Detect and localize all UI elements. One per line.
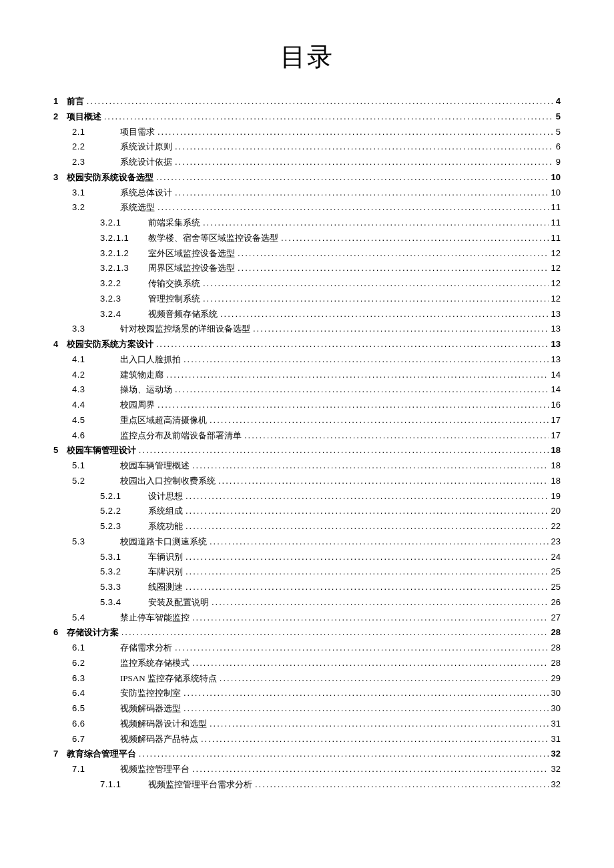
toc-entry[interactable]: 5.2.2系统组成20 xyxy=(53,504,561,519)
toc-entry[interactable]: 3.2.1.3周界区域监控设备选型12 xyxy=(53,261,561,276)
toc-entry[interactable]: 2.2系统设计原则6 xyxy=(53,139,561,155)
toc-entry-number: 3.2.2 xyxy=(100,276,148,292)
toc-entry[interactable]: 5.2校园出入口控制收费系统18 xyxy=(53,474,561,489)
toc-leader-dots xyxy=(158,398,549,413)
toc-entry-page: 22 xyxy=(551,519,561,534)
toc-entry-number: 2.2 xyxy=(72,139,120,155)
toc-entry-number: 5.4 xyxy=(72,610,120,626)
toc-entry[interactable]: 3校园安防系统设备选型10 xyxy=(53,170,561,185)
toc-entry[interactable]: 3.2.3管理控制系统12 xyxy=(53,292,561,307)
toc-entry-number: 5.2.3 xyxy=(100,519,148,534)
toc-entry-number: 2.3 xyxy=(72,155,120,170)
toc-entry[interactable]: 3.2.2传输交换系统12 xyxy=(53,276,561,292)
toc-entry-label: 存储需求分析 xyxy=(120,640,172,656)
toc-entry-page: 12 xyxy=(551,261,561,276)
toc-entry[interactable]: 3.2系统选型11 xyxy=(53,200,561,215)
toc-title: 目录 xyxy=(53,40,561,74)
toc-entry[interactable]: 6.1存储需求分析28 xyxy=(53,640,561,656)
toc-entry-page: 14 xyxy=(551,368,561,383)
toc-entry[interactable]: 4.3操场、运动场14 xyxy=(53,382,561,398)
toc-entry-label: 校园安防系统方案设计 xyxy=(67,337,154,352)
toc-entry[interactable]: 5.1校园车辆管理概述18 xyxy=(53,458,561,474)
toc-entry[interactable]: 5校园车辆管理设计18 xyxy=(53,443,561,458)
toc-entry-number: 4 xyxy=(53,337,67,352)
toc-leader-dots xyxy=(244,428,549,444)
toc-entry[interactable]: 3.1系统总体设计10 xyxy=(53,185,561,201)
toc-entry[interactable]: 5.3.4安装及配置说明26 xyxy=(53,595,561,610)
toc-entry-number: 5.3.1 xyxy=(100,550,148,565)
toc-entry[interactable]: 5.3.3线圈测速25 xyxy=(53,580,561,595)
toc-leader-dots xyxy=(212,595,549,610)
toc-entry-number: 5.2.2 xyxy=(100,504,148,519)
toc-entry[interactable]: 2.3系统设计依据9 xyxy=(53,155,561,170)
toc-entry[interactable]: 3.3针对校园监控场景的详细设备选型13 xyxy=(53,322,561,337)
toc-entry[interactable]: 7.1.1视频监控管理平台需求分析32 xyxy=(53,777,561,793)
toc-entry[interactable]: 6.4安防监控控制室30 xyxy=(53,686,561,701)
toc-entry-number: 6.2 xyxy=(72,656,120,671)
toc-entry-number: 7.1.1 xyxy=(100,777,148,793)
toc-entry-number: 3.1 xyxy=(72,185,120,201)
toc-leader-dots xyxy=(158,200,549,215)
toc-entry[interactable]: 3.2.1.2室外区域监控设备选型12 xyxy=(53,246,561,262)
toc-entry[interactable]: 6.5视频解码器选型30 xyxy=(53,701,561,717)
toc-entry[interactable]: 4.4校园周界16 xyxy=(53,398,561,413)
toc-entry[interactable]: 2.1项目需求5 xyxy=(53,125,561,140)
toc-entry[interactable]: 7教育综合管理平台32 xyxy=(53,747,561,762)
toc-entry[interactable]: 6.6视频解码器设计和选型31 xyxy=(53,717,561,732)
toc-entry-page: 18 xyxy=(551,474,561,489)
toc-entry[interactable]: 4.6监控点分布及前端设备部署清单17 xyxy=(53,428,561,444)
toc-entry[interactable]: 3.2.1前端采集系统11 xyxy=(53,215,561,231)
toc-entry[interactable]: 5.3校园道路卡口测速系统23 xyxy=(53,534,561,550)
toc-entry[interactable]: 2项目概述5 xyxy=(53,109,561,125)
toc-entry-page: 11 xyxy=(551,200,561,215)
toc-leader-dots xyxy=(220,671,549,687)
toc-leader-dots xyxy=(175,139,553,155)
toc-leader-dots xyxy=(175,155,553,170)
toc-entry-label: 系统设计原则 xyxy=(120,139,172,155)
toc-leader-dots xyxy=(203,276,549,292)
toc-leader-dots xyxy=(253,322,549,337)
toc-entry-label: 视频监控管理平台 xyxy=(120,762,190,777)
toc-leader-dots xyxy=(186,580,549,595)
toc-entry[interactable]: 4.2建筑物走廊14 xyxy=(53,368,561,383)
toc-entry-page: 4 xyxy=(556,94,561,109)
toc-entry[interactable]: 1前言4 xyxy=(53,94,561,109)
toc-entry-label: 重点区域超高清摄像机 xyxy=(120,413,207,428)
toc-entry-page: 26 xyxy=(551,595,561,610)
toc-entry-label: 前言 xyxy=(67,94,84,109)
toc-entry-label: 视频监控管理平台需求分析 xyxy=(148,777,252,793)
toc-entry[interactable]: 3.2.4视频音频存储系统13 xyxy=(53,307,561,322)
toc-entry-number: 3.2 xyxy=(72,200,120,215)
toc-entry-page: 13 xyxy=(551,337,561,352)
toc-entry[interactable]: 4.5重点区域超高清摄像机17 xyxy=(53,413,561,428)
toc-entry[interactable]: 4.1出入口人脸抓拍13 xyxy=(53,352,561,368)
toc-leader-dots xyxy=(166,368,549,383)
toc-entry[interactable]: 5.3.2车牌识别25 xyxy=(53,564,561,580)
toc-entry[interactable]: 3.2.1.1教学楼、宿舍等区域监控设备选型11 xyxy=(53,231,561,246)
toc-entry-page: 10 xyxy=(551,185,561,201)
toc-entry[interactable]: 6.3IPSAN 监控存储系统特点29 xyxy=(53,671,561,687)
toc-leader-dots xyxy=(281,231,549,246)
toc-entry[interactable]: 5.2.1设计思想19 xyxy=(53,489,561,504)
toc-entry-label: 系统功能 xyxy=(148,519,183,534)
toc-entry-page: 23 xyxy=(551,534,561,550)
toc-entry-page: 32 xyxy=(551,777,561,793)
toc-entry[interactable]: 5.2.3系统功能22 xyxy=(53,519,561,534)
toc-entry-number: 5.1 xyxy=(72,458,120,474)
toc-entry-number: 6.6 xyxy=(72,717,120,732)
toc-leader-dots xyxy=(203,292,549,307)
toc-entry-page: 14 xyxy=(551,382,561,398)
toc-entry-number: 4.2 xyxy=(72,368,120,383)
toc-entry[interactable]: 6存储设计方案28 xyxy=(53,625,561,640)
toc-entry-page: 18 xyxy=(551,458,561,474)
toc-entry[interactable]: 5.4禁止停车智能监控27 xyxy=(53,610,561,626)
toc-entry-label: 监控点分布及前端设备部署清单 xyxy=(120,428,242,444)
toc-entry-page: 28 xyxy=(551,640,561,656)
toc-entry-page: 29 xyxy=(551,671,561,687)
toc-entry-number: 6 xyxy=(53,625,67,640)
toc-entry[interactable]: 6.2监控系统存储模式28 xyxy=(53,656,561,671)
toc-entry[interactable]: 7.1视频监控管理平台32 xyxy=(53,762,561,777)
toc-entry[interactable]: 5.3.1车辆识别24 xyxy=(53,550,561,565)
toc-entry[interactable]: 6.7视频解码器产品特点31 xyxy=(53,732,561,747)
toc-entry[interactable]: 4校园安防系统方案设计13 xyxy=(53,337,561,352)
